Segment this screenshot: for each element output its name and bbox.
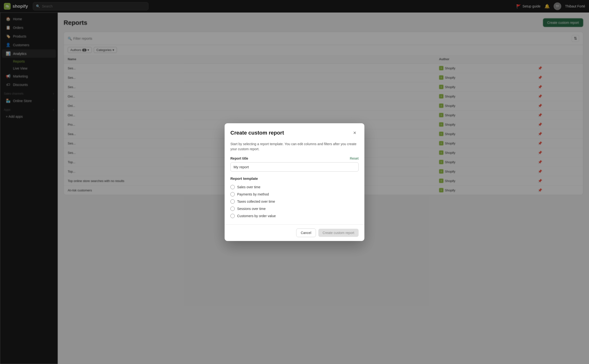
modal-body: Start by selecting a report template. Yo…: [225, 137, 364, 224]
create-report-modal: Create custom report × Start by selectin…: [225, 123, 364, 241]
modal-header: Create custom report ×: [225, 123, 364, 137]
template-label-customers-by-order-value: Customers by order value: [237, 214, 276, 218]
template-option-payments-by-method[interactable]: Payments by method: [230, 191, 359, 198]
report-title-field-header: Report title Reset: [230, 156, 359, 160]
template-label-sessions-over-time: Sessions over time: [237, 207, 266, 211]
template-option-sessions-over-time[interactable]: Sessions over time: [230, 205, 359, 212]
report-template-label: Report template: [230, 176, 359, 181]
template-label-taxes-collected-over-time: Taxes collected over time: [237, 200, 275, 203]
radio-taxes-collected-over-time[interactable]: [230, 199, 235, 204]
create-custom-report-submit-button: Create custom report: [318, 229, 359, 237]
modal-title: Create custom report: [230, 130, 284, 136]
template-label-payments-by-method: Payments by method: [237, 192, 269, 196]
template-options: Sales over time Payments by method Taxes…: [230, 183, 359, 220]
report-title-label: Report title: [230, 156, 248, 160]
modal-close-button[interactable]: ×: [351, 129, 359, 137]
radio-payments-by-method[interactable]: [230, 192, 235, 196]
template-label-sales-over-time: Sales over time: [237, 185, 260, 189]
modal-overlay[interactable]: Create custom report × Start by selectin…: [0, 0, 589, 364]
close-icon: ×: [353, 130, 356, 136]
template-option-customers-by-order-value[interactable]: Customers by order value: [230, 212, 359, 220]
reset-link[interactable]: Reset: [350, 156, 359, 160]
template-option-sales-over-time[interactable]: Sales over time: [230, 183, 359, 191]
template-option-taxes-collected-over-time[interactable]: Taxes collected over time: [230, 198, 359, 205]
radio-customers-by-order-value[interactable]: [230, 214, 235, 218]
radio-sessions-over-time[interactable]: [230, 207, 235, 211]
cancel-button[interactable]: Cancel: [296, 228, 316, 237]
modal-description: Start by selecting a report template. Yo…: [230, 142, 359, 152]
report-title-input[interactable]: [230, 162, 359, 172]
modal-footer: Cancel Create custom report: [225, 224, 364, 241]
radio-sales-over-time[interactable]: [230, 185, 235, 189]
